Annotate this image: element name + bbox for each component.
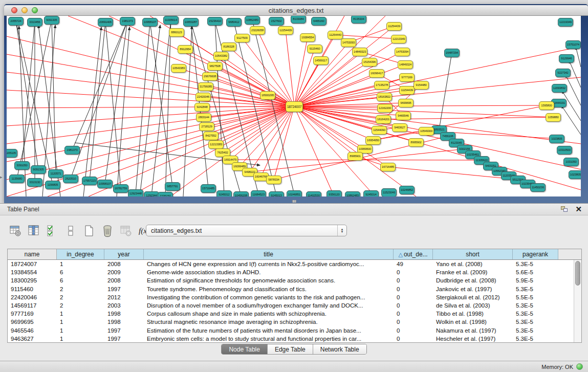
deselect-all-icon[interactable] [63,224,77,238]
graph-node[interactable]: 18724007 [286,101,303,112]
graph-node[interactable]: 1120571 [48,169,63,178]
vertical-scrollbar[interactable] [574,260,581,342]
graph-node[interactable]: 9857791 [165,182,180,191]
graph-node[interactable]: 16487294 [444,49,460,57]
graph-node[interactable]: 9227342 [555,69,571,77]
column-header-name[interactable]: name [8,249,57,259]
table-row[interactable]: 1456911722003Disruption of a novel membe… [8,301,574,310]
graph-node[interactable]: 10310500 [557,146,572,155]
graph-node[interactable]: 11154439 [399,86,415,95]
graph-node[interactable]: 10246851 [287,190,302,197]
graph-node[interactable]: 8860123 [169,28,184,37]
graph-node[interactable]: 26205105 [7,149,17,158]
graph-node[interactable]: 1595800 [539,101,554,110]
graph-node[interactable]: 11254440 [328,31,343,39]
graph-node[interactable]: 31756085 [198,82,213,91]
graph-node[interactable]: 14849323 [352,48,367,56]
graph-node[interactable]: 8912954 [178,45,193,54]
graph-node[interactable]: 18163822 [377,93,392,101]
graph-node[interactable]: 2803144 [196,113,211,122]
graph-node[interactable]: 5878334 [266,176,281,184]
graph-node[interactable]: 11523046 [381,188,397,197]
graph-node[interactable]: 1292344 [144,191,159,197]
graph-node[interactable]: 9129946 [559,54,574,63]
graph-node[interactable]: 10246852 [399,186,415,194]
column-header-out_de[interactable]: △out_de... [394,249,433,259]
close-panel-icon[interactable]: ✕ [575,206,582,213]
graph-node[interactable]: 8186328 [221,42,236,51]
table-settings-icon[interactable] [8,224,22,238]
graph-node[interactable]: 9242848 [194,103,210,112]
graph-node[interactable]: 10653287 [183,18,199,27]
tab-edge-table[interactable]: Edge Table [268,344,313,354]
float-panel-icon[interactable] [561,206,568,212]
graph-node[interactable]: 3091050 [14,161,30,170]
table-row[interactable]: 1830029562008Estimation of significance … [8,276,574,285]
graph-node[interactable]: 18300295 [260,91,275,100]
graph-node[interactable]: 2620510 [63,174,78,183]
graph-node[interactable]: 12254439 [278,26,293,35]
delete-column-icon[interactable] [100,224,114,238]
new-column-icon[interactable] [82,224,96,238]
split-pane-grip[interactable] [292,200,296,203]
graph-node[interactable]: 1981373 [64,146,80,155]
close-button[interactable] [11,7,17,13]
table-selector-dropdown[interactable]: citations_edges.txt ▲▼ [146,225,347,236]
graph-node[interactable]: 19384554 [300,33,315,42]
graph-node[interactable]: 15154396 [362,58,377,67]
graph-node[interactable]: 9245014 [363,190,379,197]
graph-node[interactable]: 15236410 [207,17,223,26]
table-row[interactable]: 946362711997Embryonic stem cells: a mode… [8,335,574,342]
graph-node[interactable]: 23226058 [250,26,265,35]
graph-node[interactable]: 11684523 [251,190,266,197]
graph-node[interactable]: 14569117 [313,56,329,65]
graph-node[interactable]: 9463627 [392,123,407,132]
graph-node[interactable]: 11450236 [530,183,546,192]
tab-node-table[interactable]: Node Table [222,344,268,354]
graph-node[interactable]: 9699695 [398,99,413,107]
panel-collapse-arrow[interactable]: ▸ [0,174,3,180]
graph-node[interactable]: 9245013 [269,191,284,197]
graph-node[interactable]: 14753094 [395,48,410,56]
graph-node[interactable]: 1023805 [549,135,564,143]
graph-node[interactable]: 16096417 [369,69,384,78]
graph-node[interactable]: 1135680 [9,174,25,183]
graph-node[interactable]: 10862483 [245,16,260,25]
network-canvas[interactable]: 2055724331345690913052069140619813731095… [7,16,581,196]
graph-node[interactable]: 16716485 [380,163,396,171]
table-row[interactable]: 1938455462009Genome-wide association stu… [8,268,574,276]
graph-node[interactable]: 16954950 [365,136,381,145]
graph-node[interactable]: 9680412 [226,18,242,27]
graph-node[interactable]: 20691406 [98,18,113,27]
memory-status-icon[interactable] [576,363,583,370]
column-header-title[interactable]: title [144,249,394,259]
minimize-button[interactable] [21,7,28,13]
graph-node[interactable]: 10549300 [419,127,434,136]
graph-node[interactable]: 11254439 [386,22,402,31]
graph-node[interactable]: 9356120 [326,190,342,197]
column-visibility-icon[interactable] [27,224,40,238]
graph-node[interactable]: 17135278 [374,81,389,90]
graph-node[interactable]: 9245012 [216,190,232,197]
graph-node[interactable]: 1156805 [45,181,60,189]
delete-table-icon[interactable] [119,224,133,238]
graph-node[interactable]: 22420046 [195,93,211,101]
graph-node[interactable]: 10862483 [345,191,360,197]
graph-node[interactable]: 16782759 [113,184,128,193]
graph-node[interactable]: 17957223 [82,177,97,185]
graph-node[interactable]: 10543382 [213,52,229,60]
graph-node[interactable]: 12219349 [558,18,573,27]
graph-node[interactable]: 11544090 [372,126,387,135]
graph-node[interactable]: 9091305 [31,165,46,174]
graph-node[interactable]: 11305614 [163,16,179,25]
table-row[interactable]: 2242004622012Investigating the contribut… [8,293,574,301]
graph-node[interactable]: 3313130 [27,178,42,187]
graph-node[interactable]: 2055724 [8,17,24,26]
graph-node[interactable]: 12213349 [391,35,406,43]
graph-node[interactable]: 8995901 [347,152,363,161]
graph-node[interactable]: 12923448 [128,189,143,197]
table-row[interactable]: 1872400712008Changes of HCN gene express… [8,260,574,268]
table-row[interactable]: 911546021997Tourette syndrome. Phenomeno… [8,285,574,293]
graph-node[interactable]: 8135304 [351,16,366,24]
graph-node[interactable]: 10456208 [233,191,249,197]
